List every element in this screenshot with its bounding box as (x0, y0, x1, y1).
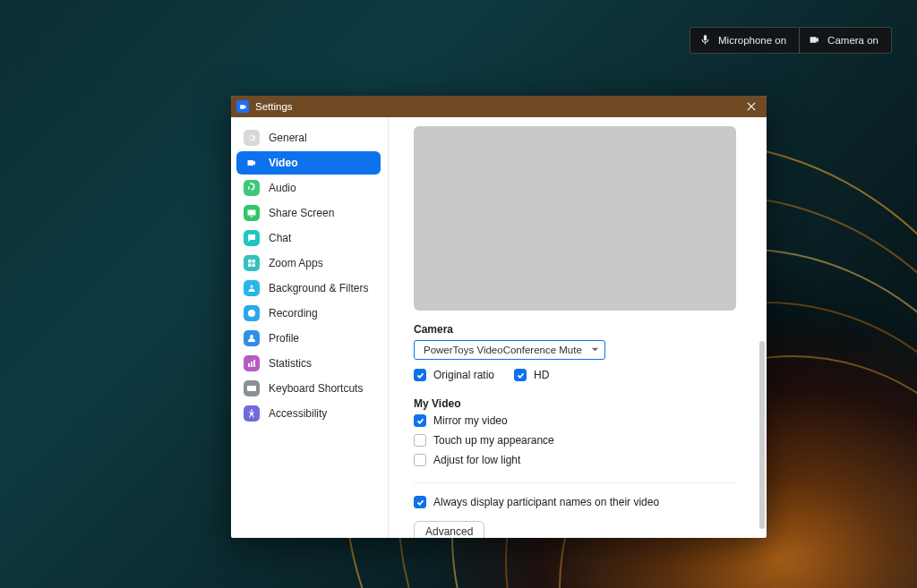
svg-rect-13 (251, 388, 252, 388)
camera-heading: Camera (414, 323, 736, 336)
scrollbar[interactable] (759, 341, 765, 529)
svg-point-7 (250, 335, 253, 338)
gear-icon (244, 130, 260, 146)
hd-label: HD (534, 369, 549, 381)
video-icon (244, 155, 260, 171)
svg-rect-1 (253, 260, 256, 263)
svg-rect-12 (249, 388, 250, 388)
record-icon (244, 305, 260, 321)
checkbox-box (414, 414, 426, 427)
sidebar-item-recording[interactable]: Recording (236, 302, 381, 325)
touch-up-checkbox[interactable]: Touch up my appearance (414, 434, 736, 447)
sidebar-item-zoom-apps[interactable]: Zoom Apps (236, 251, 381, 275)
sidebar-item-accessibility[interactable]: Accessibility (236, 402, 381, 425)
svg-rect-3 (253, 264, 256, 268)
video-preview (414, 126, 736, 311)
mic-status-label: Microphone on (718, 35, 786, 46)
sidebar-item-label: Recording (269, 307, 318, 320)
svg-rect-9 (251, 362, 253, 367)
original-ratio-checkbox[interactable]: Original ratio (414, 369, 494, 381)
sidebar-item-audio[interactable]: Audio (236, 176, 381, 200)
svg-rect-2 (248, 264, 252, 268)
divider (414, 482, 736, 483)
checkbox-box (414, 434, 426, 447)
my-video-heading: My Video (414, 397, 736, 410)
screen-icon (244, 205, 260, 221)
svg-point-6 (251, 312, 253, 315)
profile-icon (244, 330, 260, 346)
svg-point-4 (251, 285, 253, 288)
camera-status[interactable]: Camera on (800, 28, 891, 53)
sidebar-item-label: Share Screen (269, 207, 334, 219)
sidebar-item-label: General (269, 132, 307, 144)
svg-rect-8 (248, 363, 250, 367)
audio-icon (244, 180, 260, 196)
sidebar-item-video[interactable]: Video (236, 151, 381, 175)
lowlight-label: Adjust for low light (433, 454, 520, 466)
checkbox-box (414, 454, 426, 466)
svg-rect-15 (254, 388, 255, 388)
microphone-icon (699, 34, 711, 47)
camera-selected: PowerToys VideoConference Mute (424, 345, 582, 355)
settings-sidebar: GeneralVideoAudioShare ScreenChatZoom Ap… (231, 117, 389, 538)
window-title: Settings (255, 101, 293, 112)
settings-content: Camera PowerToys VideoConference Mute Or… (389, 117, 767, 538)
hd-checkbox[interactable]: HD (514, 369, 549, 381)
sidebar-item-statistics[interactable]: Statistics (236, 352, 381, 375)
touch-up-label: Touch up my appearance (433, 434, 554, 447)
apps-icon (244, 255, 260, 271)
settings-window: Settings GeneralVideoAudioShare ScreenCh… (231, 96, 767, 538)
advanced-button[interactable]: Advanced (414, 521, 484, 538)
always-names-label: Always display participant names on thei… (433, 496, 659, 508)
chevron-down-icon (591, 345, 599, 355)
checkbox-box (414, 369, 426, 381)
sidebar-item-label: Zoom Apps (269, 257, 323, 269)
camera-status-label: Camera on (827, 35, 878, 46)
titlebar[interactable]: Settings (231, 96, 767, 117)
app-icon (236, 100, 249, 113)
mirror-checkbox[interactable]: Mirror my video (414, 414, 736, 427)
mirror-label: Mirror my video (433, 414, 508, 427)
sidebar-item-share-screen[interactable]: Share Screen (236, 201, 381, 225)
sidebar-item-profile[interactable]: Profile (236, 327, 381, 350)
sidebar-item-label: Profile (269, 332, 299, 345)
camera-dropdown[interactable]: PowerToys VideoConference Mute (414, 340, 605, 360)
always-names-checkbox[interactable]: Always display participant names on thei… (414, 496, 736, 508)
chat-icon (244, 230, 260, 246)
stats-icon (244, 355, 260, 371)
sidebar-item-label: Keyboard Shortcuts (269, 382, 363, 395)
av-status-overlay: Microphone on Camera on (690, 27, 892, 54)
sidebar-item-general[interactable]: General (236, 126, 381, 149)
original-ratio-label: Original ratio (433, 369, 494, 381)
checkbox-box (414, 496, 426, 508)
sidebar-item-label: Background & Filters (269, 282, 368, 294)
svg-rect-10 (253, 360, 255, 367)
svg-point-17 (251, 410, 253, 412)
sidebar-item-chat[interactable]: Chat (236, 226, 381, 250)
sidebar-item-keyboard-shortcuts[interactable]: Keyboard Shortcuts (236, 377, 381, 400)
sidebar-item-label: Statistics (269, 357, 312, 370)
lowlight-checkbox[interactable]: Adjust for low light (414, 454, 736, 466)
camera-icon (809, 34, 820, 47)
svg-rect-0 (248, 260, 252, 263)
checkbox-box (514, 369, 527, 381)
sidebar-item-label: Video (269, 157, 297, 169)
keyboard-icon (244, 380, 260, 396)
mic-status[interactable]: Microphone on (690, 28, 799, 53)
sidebar-item-label: Chat (269, 232, 291, 244)
filters-icon (244, 280, 260, 296)
sidebar-item-label: Accessibility (269, 407, 327, 420)
svg-rect-14 (253, 388, 253, 388)
sidebar-item-background-filters[interactable]: Background & Filters (236, 277, 381, 300)
a11y-icon (244, 405, 260, 422)
sidebar-item-label: Audio (269, 182, 296, 194)
svg-rect-16 (250, 389, 254, 390)
svg-rect-11 (247, 386, 256, 391)
close-button[interactable] (741, 97, 761, 116)
